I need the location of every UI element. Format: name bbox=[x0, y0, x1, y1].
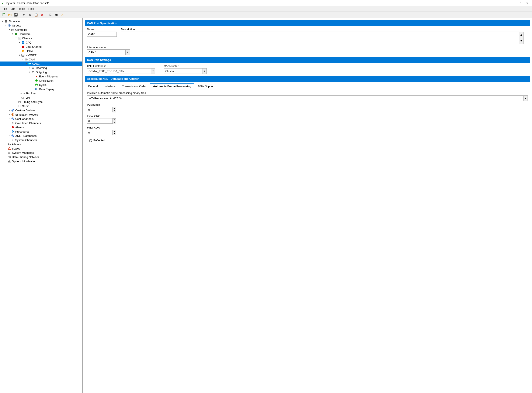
icon-xnet-databases bbox=[11, 134, 15, 138]
menu-file[interactable]: File bbox=[1, 7, 9, 11]
tree-item-chassis[interactable]: ▼ Chassis bbox=[0, 36, 82, 40]
tree-item-controller[interactable]: ▼ Controller bbox=[0, 28, 82, 32]
name-input[interactable] bbox=[87, 32, 117, 37]
menu-edit[interactable]: Edit bbox=[9, 7, 17, 11]
label-controller: Controller bbox=[15, 28, 27, 31]
find-button[interactable] bbox=[48, 12, 53, 18]
initial-crc-down[interactable]: ▼ bbox=[113, 121, 116, 124]
tree-item-user-channels[interactable]: ► User Channels bbox=[0, 117, 82, 121]
binary-files-arrow[interactable]: ▼ bbox=[523, 96, 527, 101]
delete-button[interactable]: ✕ bbox=[39, 12, 45, 18]
tree-item-event-triggered[interactable]: Event Triggered bbox=[0, 74, 82, 79]
desc-scroll-down[interactable]: ▼ bbox=[519, 38, 523, 44]
svg-point-56 bbox=[12, 118, 13, 119]
label-sim-models: Simulation Models bbox=[15, 113, 38, 116]
paste-button[interactable]: 📋 bbox=[33, 12, 39, 18]
tree-item-data-replay[interactable]: Data Replay bbox=[0, 87, 82, 91]
cut-button[interactable]: ✂ bbox=[21, 12, 27, 18]
tree-item-simulation[interactable]: ▼ S Simulation bbox=[0, 19, 82, 23]
label-chassis: Chassis bbox=[22, 37, 32, 40]
final-xor-input[interactable] bbox=[87, 130, 112, 135]
initial-crc-input[interactable] bbox=[87, 118, 112, 124]
svg-rect-16 bbox=[15, 33, 16, 33]
menu-help[interactable]: Help bbox=[27, 7, 36, 11]
tree-item-xnet-databases[interactable]: ► XNET Databases bbox=[0, 134, 82, 138]
expander-aliases bbox=[4, 142, 8, 146]
initial-crc-up[interactable]: ▲ bbox=[113, 118, 116, 121]
label-incoming: Incoming bbox=[36, 66, 47, 69]
final-xor-down[interactable]: ▼ bbox=[113, 133, 116, 135]
tree-item-targets[interactable]: ▼ Targets bbox=[0, 23, 82, 28]
xnet-assoc-header: Associated XNET Database and Cluster bbox=[85, 76, 530, 82]
expander-sys-mappings bbox=[4, 151, 8, 154]
tree-item-sim-models[interactable]: ► Simulation Models bbox=[0, 113, 82, 117]
maximize-button[interactable]: □ bbox=[517, 1, 523, 5]
menu-tools[interactable]: Tools bbox=[17, 7, 26, 11]
tree-item-timing[interactable]: Timing and Sync bbox=[0, 100, 82, 104]
tree-item-hardware[interactable]: ▼ Hardware bbox=[0, 32, 82, 36]
tree-item-can[interactable]: ▼ CAN CAN bbox=[0, 57, 82, 62]
icon-daq: DAQ bbox=[21, 41, 25, 44]
iface-name-select[interactable]: CAN 1 ▼ bbox=[87, 49, 130, 55]
tree-item-datasharing-hw[interactable]: Data Sharing bbox=[0, 44, 82, 49]
initial-crc-spinner-btns: ▲ ▼ bbox=[112, 118, 116, 124]
tree-item-custom-devices[interactable]: ► Custom Devices bbox=[0, 108, 82, 113]
binary-files-select[interactable]: fwTxPreprocess_AddCFI3v ▼ bbox=[87, 95, 528, 101]
tree-item-cyclic[interactable]: Cyclic bbox=[0, 83, 82, 87]
minimize-button[interactable]: − bbox=[511, 1, 517, 5]
tree-item-sys-init[interactable]: System Initialization bbox=[0, 159, 82, 163]
save-button[interactable] bbox=[13, 12, 19, 18]
desc-textarea[interactable] bbox=[121, 32, 519, 44]
iface-name-arrow[interactable]: ▼ bbox=[125, 50, 130, 55]
tree-item-data-sharing-net[interactable]: Data Sharing Network bbox=[0, 155, 82, 159]
can-port-spec-header: CAN Port Specification bbox=[85, 20, 530, 26]
label-data-sharing-net: Data Sharing Network bbox=[12, 155, 39, 159]
xnet-db-select[interactable]: SGMW_E300_EBS150_CAN ▼ bbox=[87, 68, 155, 74]
svg-point-54 bbox=[12, 114, 13, 115]
tree-item-sys-channels[interactable]: ► ? System Channels bbox=[0, 138, 82, 142]
tree-item-calc-channels[interactable]: fx Calculated Channels bbox=[0, 121, 82, 125]
cluster-select[interactable]: Cluster ▼ bbox=[164, 68, 207, 74]
icon-sys-mappings bbox=[8, 151, 11, 154]
tree-item-outgoing[interactable]: ▼ Outgoing bbox=[0, 70, 82, 74]
polynomial-group: Polynomial ▲ ▼ bbox=[87, 103, 528, 113]
tree-item-slsc[interactable]: SLSC bbox=[0, 104, 82, 108]
tree-item-incoming[interactable]: ► Incoming bbox=[0, 66, 82, 70]
tree-item-nixnet[interactable]: ▼ NI NI-XNET bbox=[0, 53, 82, 57]
warning-button[interactable]: ⚠ bbox=[60, 12, 65, 18]
label-event-triggered: Event Triggered bbox=[39, 75, 59, 78]
desc-scroll-up[interactable]: ▲ bbox=[519, 32, 523, 38]
tree-item-cyclic-event[interactable]: Cyclic Event bbox=[0, 79, 82, 83]
cluster-value: Cluster bbox=[164, 69, 202, 74]
tree-item-procedures[interactable]: + Procedures bbox=[0, 129, 82, 134]
tree-item-lin[interactable]: LIN LIN bbox=[0, 95, 82, 100]
tab-interface[interactable]: Interface bbox=[101, 83, 119, 89]
grid-button[interactable]: ▦ bbox=[54, 12, 59, 18]
polynomial-down[interactable]: ▼ bbox=[113, 110, 116, 112]
xnet-db-arrow[interactable]: ▼ bbox=[151, 69, 155, 74]
expander-data-replay bbox=[31, 87, 35, 91]
tab-transmission-order[interactable]: Transmission Order bbox=[119, 83, 150, 89]
new-button[interactable] bbox=[1, 12, 7, 18]
tab-auto-frame[interactable]: Automatic Frame Processing bbox=[150, 83, 195, 89]
tree-item-aliases[interactable]: Aa Aliases bbox=[0, 142, 82, 146]
open-button[interactable] bbox=[7, 12, 13, 18]
cluster-arrow[interactable]: ▼ bbox=[202, 69, 206, 74]
final-xor-up[interactable]: ▲ bbox=[113, 130, 116, 133]
tab-986x[interactable]: 986x Support bbox=[195, 83, 218, 89]
tab-general[interactable]: General bbox=[85, 83, 101, 89]
close-button[interactable]: ✕ bbox=[524, 1, 530, 5]
name-desc-row: Name Description ▲ ▼ bbox=[85, 28, 530, 44]
reflected-radio[interactable] bbox=[89, 139, 92, 142]
tree-item-can1[interactable]: ▼ CAN CAN1 bbox=[0, 62, 82, 66]
tree-item-fpga[interactable]: FPGA FPGA bbox=[0, 49, 82, 53]
polynomial-input[interactable] bbox=[87, 107, 112, 112]
tree-item-scales[interactable]: Scales bbox=[0, 146, 82, 151]
copy-button[interactable]: ⧉ bbox=[27, 12, 33, 18]
tree-item-sys-mappings[interactable]: System Mappings bbox=[0, 151, 82, 155]
tree-item-flexray[interactable]: FLEX FlexRay bbox=[0, 91, 82, 95]
tree-item-alarms[interactable]: ! Alarms bbox=[0, 125, 82, 129]
tree-item-daq[interactable]: ► DAQ DAQ bbox=[0, 40, 82, 44]
polynomial-up[interactable]: ▲ bbox=[113, 107, 116, 110]
xnet-db-group: XNET database SGMW_E300_EBS150_CAN ▼ bbox=[87, 64, 155, 74]
